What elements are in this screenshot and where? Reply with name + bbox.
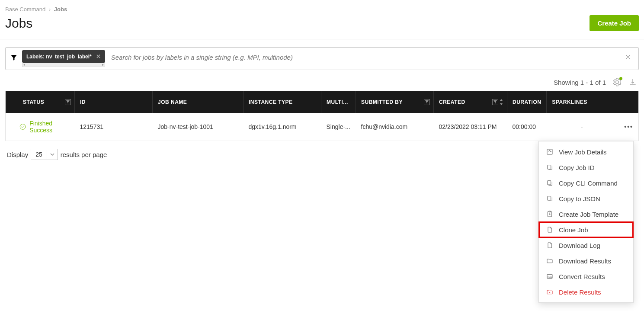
jobs-table: STATUS ID JOB NAME INSTANCE TYPE MULTI..… (5, 91, 639, 141)
col-submitted-by[interactable]: SUBMITTED BY (356, 91, 434, 113)
cell-submitted-by: fchu@nvidia.com (356, 113, 434, 141)
menu-view-job-details[interactable]: View Job Details (539, 144, 633, 160)
pagination-suffix-label: results per page (61, 151, 107, 158)
cell-sparklines: - (547, 113, 617, 141)
chevron-down-icon (47, 150, 58, 159)
row-actions-menu-icon[interactable]: ••• (624, 123, 633, 130)
filter-chip: Labels: nv_test_job_label* ✕ (22, 50, 105, 63)
cell-created: 02/23/2022 03:11 PM (434, 113, 507, 141)
pagination-display-label: Display (7, 151, 28, 158)
col-created[interactable]: CREATED (434, 91, 507, 113)
create-job-button[interactable]: Create Job (590, 15, 639, 31)
toolbar: Showing 1 - 1 of 1 (5, 70, 639, 91)
breadcrumb-separator: › (49, 6, 51, 13)
cell-instance-type: dgx1v.16g.1.norm (244, 113, 321, 141)
col-job-name[interactable]: JOB NAME (153, 91, 244, 113)
filter-icon[interactable] (65, 99, 71, 105)
cell-multi: Single-... (321, 113, 356, 141)
cell-duration: 00:00:00 (507, 113, 547, 141)
details-icon (546, 148, 554, 156)
filter-chip-close-icon[interactable]: ✕ (96, 53, 101, 60)
page-header: Jobs Create Job (0, 13, 644, 39)
copy-icon (546, 164, 554, 171)
search-bar: Labels: nv_test_job_label* ✕ ◂▸ (5, 47, 639, 70)
page-title: Jobs (5, 16, 32, 31)
filter-icon[interactable] (424, 99, 430, 105)
breadcrumb: Base Command › Jobs (0, 0, 644, 13)
download-icon[interactable] (628, 78, 637, 87)
breadcrumb-parent[interactable]: Base Command (5, 6, 45, 13)
filter-icon[interactable] (492, 99, 498, 105)
col-id[interactable]: ID (75, 91, 153, 113)
col-multi[interactable]: MULTI... (321, 91, 356, 113)
success-check-icon (19, 123, 26, 131)
col-status[interactable]: STATUS (6, 91, 75, 113)
table-row[interactable]: Finished Success 1215731 Job-nv-test-job… (6, 113, 639, 141)
settings-gear-icon[interactable] (613, 78, 622, 87)
filter-icon[interactable] (10, 50, 18, 61)
col-duration[interactable]: DURATION (507, 91, 547, 113)
col-sparklines[interactable]: SPARKLINES (547, 91, 617, 113)
row-context-menu: View Job Details Copy Job ID Copy CLI Co… (538, 141, 634, 176)
col-actions (617, 91, 639, 113)
showing-count: Showing 1 - 1 of 1 (554, 79, 606, 86)
search-clear-icon[interactable] (622, 50, 634, 64)
menu-copy-cli-command[interactable]: Copy CLI Command (539, 175, 633, 176)
search-input[interactable] (109, 50, 618, 64)
status-cell: Finished Success (11, 120, 70, 134)
filter-chip-label: Labels: nv_test_job_label* (26, 54, 92, 60)
chip-scrollbar[interactable]: ◂▸ (22, 63, 105, 67)
breadcrumb-current: Jobs (54, 6, 67, 13)
results-per-page-select[interactable]: 25 (31, 149, 58, 160)
cell-id: 1215731 (75, 113, 153, 141)
sort-icon[interactable] (499, 99, 503, 105)
col-instance-type[interactable]: INSTANCE TYPE (244, 91, 321, 113)
cell-job-name: Job-nv-test-job-1001 (153, 113, 244, 141)
menu-copy-job-id[interactable]: Copy Job ID (539, 160, 633, 175)
svg-rect-2 (548, 165, 551, 169)
